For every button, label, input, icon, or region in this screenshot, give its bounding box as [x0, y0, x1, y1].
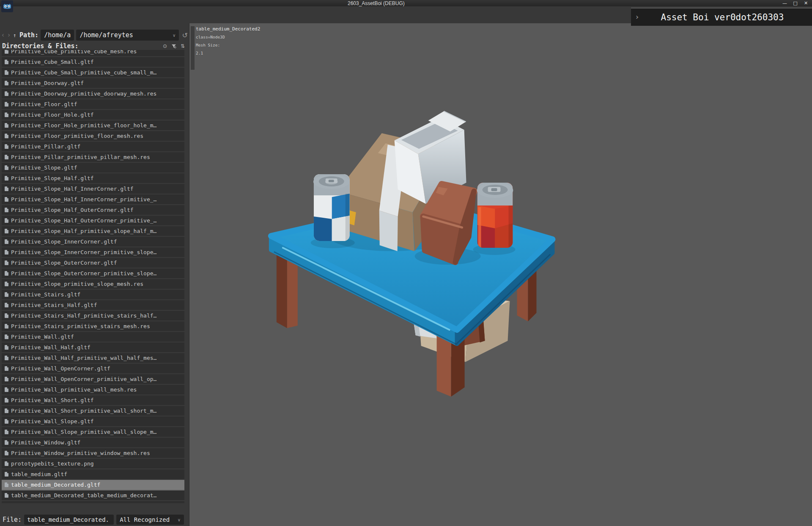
file-icon — [5, 271, 8, 276]
file-item-label: Primitive_Slope_Half_OuterCorner.gltf — [11, 207, 134, 213]
file-item[interactable]: Primitive_Wall_Slope.gltf — [2, 416, 184, 427]
refresh-icon[interactable]: ↺ — [182, 31, 187, 39]
file-item-label: Primitive_Slope_Half_InnerCorner.gltf — [11, 186, 134, 192]
file-icon — [5, 292, 8, 297]
file-item[interactable]: Primitive_Floor_Hole.gltf — [2, 110, 184, 121]
filter-funnel-icon[interactable] — [171, 44, 176, 49]
files-heading: Directories & Files: — [2, 42, 79, 50]
file-icon — [5, 398, 8, 403]
file-item[interactable]: Primitive_Slope_Half_OuterCorner.gltf — [2, 205, 184, 216]
file-icon — [5, 60, 8, 64]
file-icon — [5, 165, 8, 170]
file-item[interactable]: Primitive_Slope.gltf — [2, 163, 184, 173]
file-icon — [5, 102, 8, 107]
file-item[interactable]: Primitive_Wall_Half_primitive_wall_half_… — [2, 353, 184, 364]
file-item[interactable]: Primitive_Slope_InnerCorner.gltf — [2, 237, 184, 247]
file-item[interactable]: table_medium_Decorated_table_medium_deco… — [2, 490, 184, 501]
file-item-label: Primitive_Slope_Half.gltf — [11, 175, 94, 181]
titlebar[interactable]: 2603_AssetBoi (DEBUG) — [0, 0, 812, 6]
file-item[interactable]: Primitive_Window.gltf — [2, 438, 184, 448]
file-item[interactable]: Primitive_Window_primitive_window_mesh.r… — [2, 448, 184, 459]
3d-scene — [189, 23, 812, 526]
file-item[interactable]: Primitive_Doorway_primitive_doorway_mesh… — [2, 89, 184, 99]
file-item[interactable]: Primitive_Slope_primitive_slope_mesh.res — [2, 279, 184, 290]
file-item[interactable]: Primitive_Pillar_primitive_pillar_mesh.r… — [2, 152, 184, 163]
file-icon — [5, 461, 8, 466]
info-scrollbar[interactable] — [191, 26, 195, 70]
file-item-label: Primitive_Slope.gltf — [11, 164, 77, 171]
file-icon — [5, 472, 8, 477]
maximize-icon[interactable]: □ — [793, 0, 798, 6]
close-icon[interactable]: ✕ — [803, 0, 809, 6]
file-item-label: Primitive_Floor.gltf — [11, 101, 77, 107]
file-item[interactable]: Primitive_Floor.gltf — [2, 99, 184, 110]
nav-forward-icon[interactable]: › — [6, 31, 12, 39]
minimize-icon[interactable]: — — [782, 0, 787, 6]
file-icon — [5, 208, 8, 212]
file-icon — [5, 419, 8, 424]
file-icon — [5, 155, 8, 159]
file-icon — [5, 250, 8, 255]
file-item-label: table_medium_Decorated.gltf — [11, 482, 100, 488]
file-item[interactable]: Primitive_Wall_Short_primitive_wall_shor… — [2, 406, 184, 416]
app-version-label: Asset Boi ver0dot260303 — [643, 12, 812, 22]
file-item-label: Primitive_Wall_Slope_primitive_wall_slop… — [11, 429, 156, 435]
file-item[interactable]: Primitive_Floor_primitive_floor_mesh.res — [2, 131, 184, 142]
file-icon — [5, 123, 8, 128]
file-item[interactable]: Primitive_Slope_Half_InnerCorner.gltf — [2, 184, 184, 195]
file-item[interactable]: Primitive_Slope_Half_primitive_slope_hal… — [2, 226, 184, 237]
file-item-label: table_medium.gltf — [11, 471, 67, 477]
file-item[interactable]: Primitive_Slope_Half.gltf — [2, 173, 184, 184]
file-item[interactable]: Primitive_Slope_OuterCorner_primitive_sl… — [2, 268, 184, 279]
panel-chevron-icon[interactable]: › — [631, 12, 643, 22]
file-icon — [5, 493, 8, 498]
file-item[interactable]: Primitive_Cube_Small.gltf — [2, 57, 184, 68]
sort-order-icon[interactable]: ⇅ — [181, 44, 185, 49]
file-item[interactable]: Primitive_Cube_Small_primitive_cube_smal… — [2, 68, 184, 78]
file-item[interactable]: Primitive_Stairs_Half_primitive_stairs_h… — [2, 311, 184, 321]
file-item[interactable]: Primitive_Wall_OpenCorner.gltf — [2, 364, 184, 374]
file-item[interactable]: Primitive_Doorway.gltf — [2, 78, 184, 89]
file-item[interactable]: Primitive_Wall_Half.gltf — [2, 342, 184, 353]
nav-back-icon[interactable]: ‹ — [0, 31, 6, 39]
file-item[interactable]: Primitive_Slope_OuterCorner.gltf — [2, 258, 184, 268]
file-list[interactable]: Primitive_Cube_primitive_cube_mesh.resPr… — [2, 50, 184, 503]
filter-dropdown[interactable]: All Recognized ∨ — [116, 515, 184, 525]
file-item[interactable]: Primitive_Stairs.gltf — [2, 290, 184, 300]
file-item[interactable]: table_medium.gltf — [2, 469, 184, 480]
file-item[interactable]: Primitive_Pillar.gltf — [2, 142, 184, 152]
path-dropdown[interactable]: /home/afreytes ∨ — [76, 30, 179, 41]
file-item[interactable]: Primitive_Wall_Short.gltf — [2, 395, 184, 406]
files-header: Directories & Files: ⊙ ⇅ — [2, 42, 188, 50]
file-item[interactable]: Primitive_Wall_primitive_wall_mesh.res — [2, 385, 184, 395]
file-item[interactable]: Primitive_Floor_Hole_primitive_floor_hol… — [2, 121, 184, 131]
path-segment-field[interactable]: /home/a — [41, 30, 74, 41]
file-item[interactable]: Primitive_Stairs_Half.gltf — [2, 300, 184, 311]
file-item[interactable]: Primitive_Cube_primitive_cube_mesh.res — [2, 50, 184, 57]
file-icon — [5, 408, 8, 413]
file-item[interactable]: Primitive_Stairs_primitive_stairs_mesh.r… — [2, 321, 184, 332]
file-item[interactable]: Primitive_Slope_Half_InnerCorner_primiti… — [2, 195, 184, 205]
file-item-label: Primitive_Slope_Half_primitive_slope_hal… — [11, 228, 156, 234]
file-item[interactable]: Primitive_Wall_Slope_primitive_wall_slop… — [2, 427, 184, 438]
node-class: class=Node3D — [196, 33, 260, 41]
file-item-label: prototypebits_texture.png — [11, 460, 94, 467]
file-item[interactable]: Primitive_Slope_Half_OuterCorner_primiti… — [2, 216, 184, 226]
file-icon — [5, 81, 8, 85]
toggle-hidden-icon[interactable]: ⊙ — [163, 44, 167, 49]
filename-input[interactable]: table_medium_Decorated. — [24, 515, 114, 525]
red-can — [477, 183, 513, 248]
file-item[interactable]: prototypebits_texture.png — [2, 459, 184, 469]
3d-viewport[interactable]: table_medium_Decorated2 class=Node3D Mes… — [189, 23, 812, 526]
file-icon — [5, 282, 8, 286]
window-title: 2603_AssetBoi (DEBUG) — [348, 0, 405, 6]
file-icon — [5, 176, 8, 181]
nav-up-icon[interactable]: ↑ — [12, 32, 18, 38]
file-item[interactable]: table_medium_Decorated.gltf — [2, 480, 184, 490]
chevron-down-icon: ∨ — [178, 518, 181, 522]
file-item-label: Primitive_Wall_Half_primitive_wall_half_… — [11, 355, 156, 361]
file-item[interactable]: Primitive_Wall_OpenCorner_primitive_wall… — [2, 374, 184, 385]
file-item[interactable]: Primitive_Slope_InnerCorner_primitive_sl… — [2, 247, 184, 258]
file-icon — [5, 91, 8, 96]
file-item[interactable]: Primitive_Wall.gltf — [2, 332, 184, 342]
